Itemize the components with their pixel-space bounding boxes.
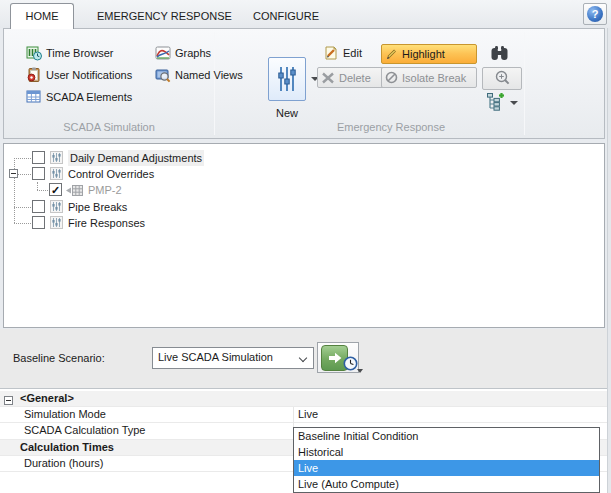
scada-elements-button[interactable]: SCADA Elements (22, 88, 136, 106)
highlight-label: Highlight (402, 48, 445, 60)
highlight-pencil-icon (385, 48, 398, 60)
new-scenario-button[interactable] (268, 57, 306, 101)
edit-label: Edit (343, 47, 362, 59)
grid-category-general[interactable]: <General> (0, 391, 611, 407)
sliders-icon (50, 216, 63, 229)
run-simulation-button[interactable] (317, 342, 359, 373)
clock-icon (343, 356, 358, 371)
tree-item-pipe-breaks[interactable]: Pipe Breaks (68, 199, 127, 215)
pump-icon (66, 185, 83, 196)
tree-item-pmp-2[interactable]: PMP-2 (88, 182, 122, 198)
scenario-tree: Daily Demand Adjustments Control Overrid… (3, 143, 605, 328)
property-value[interactable]: Live (293, 407, 611, 422)
zoom-in-icon (494, 70, 511, 87)
highlight-button[interactable]: Highlight (381, 44, 477, 64)
named-views-button[interactable]: Named Views (151, 66, 247, 84)
dropdown-option-baseline-initial-condition[interactable]: Baseline Initial Condition (294, 428, 599, 444)
sliders-icon (50, 167, 63, 180)
run-dropdown-arrow-icon (357, 369, 363, 373)
property-name: SCADA Calculation Type (0, 423, 293, 439)
tab-emergency-response-label: EMERGENCY RESPONSE (97, 10, 232, 22)
add-tree-icon (486, 92, 506, 112)
ribbon-tab-bar: HOME EMERGENCY RESPONSE CONFIGURE ? (0, 0, 611, 28)
dropdown-option-live[interactable]: Live (294, 460, 599, 476)
user-notifications-label: User Notifications (46, 69, 132, 81)
time-browser-label: Time Browser (46, 47, 113, 59)
app-window: HOME EMERGENCY RESPONSE CONFIGURE ? SCAD… (0, 0, 611, 493)
edit-button[interactable]: Edit (319, 44, 366, 62)
group-label-scada-simulation: SCADA Simulation (4, 121, 214, 135)
tree-checkbox-pmp2[interactable]: ✓ (49, 183, 62, 196)
tree-connector (14, 158, 15, 223)
chevron-down-icon (299, 354, 307, 362)
sliders-icon (275, 64, 299, 94)
isolate-break-icon (385, 71, 398, 84)
sliders-icon (50, 151, 63, 164)
baseline-scenario-select[interactable]: Live SCADA Simulation (152, 347, 314, 369)
tree-item-control-overrides[interactable]: Control Overrides (68, 166, 154, 182)
tab-emergency-response[interactable]: EMERGENCY RESPONSE (97, 6, 232, 28)
add-tree-dropdown-arrow-icon[interactable] (510, 101, 518, 105)
baseline-scenario-label: Baseline Scenario: (13, 352, 105, 364)
user-notifications-icon (26, 67, 42, 83)
tree-connector (14, 158, 31, 159)
graphs-button[interactable]: Graphs (151, 44, 215, 62)
tab-configure-label: CONFIGURE (253, 10, 319, 22)
tree-item-fire-responses[interactable]: Fire Responses (68, 215, 145, 231)
property-name: Simulation Mode (0, 407, 293, 422)
user-notifications-button[interactable]: User Notifications (22, 66, 136, 84)
tree-connector (14, 223, 31, 224)
tree-checkbox-control-overrides[interactable] (32, 167, 45, 180)
graphs-icon (155, 46, 171, 60)
time-browser-button[interactable]: Time Browser (22, 44, 117, 62)
tab-home-label: HOME (26, 10, 59, 22)
tree-checkbox-pipe-breaks[interactable] (32, 200, 45, 213)
baseline-scenario-bar: Baseline Scenario: Live SCADA Simulation (0, 329, 611, 388)
add-tree-button[interactable] (486, 92, 506, 112)
group-label-emergency-response: Emergency Response (214, 121, 524, 135)
scada-elements-label: SCADA Elements (46, 91, 132, 103)
category-label: Calculation Times (0, 440, 293, 455)
new-button-label: New (262, 107, 312, 119)
scada-elements-icon (26, 90, 42, 104)
find-button[interactable] (490, 45, 509, 62)
zoom-button[interactable] (482, 67, 522, 90)
dropdown-option-historical[interactable]: Historical (294, 444, 599, 460)
ribbon: SCADA Simulation Emergency Response Time… (3, 28, 605, 139)
group-separator (524, 32, 525, 135)
scada-calculation-type-dropdown: Baseline Initial Condition Historical Li… (293, 427, 600, 493)
named-views-icon (155, 68, 171, 83)
tree-expander-control-overrides[interactable] (9, 169, 18, 178)
tree-connector (14, 207, 31, 208)
grid-row-simulation-mode[interactable]: Simulation Mode Live (0, 407, 611, 423)
delete-x-icon (321, 72, 335, 84)
delete-label: Delete (339, 72, 371, 84)
graphs-label: Graphs (175, 47, 211, 59)
category-label: <General> (0, 391, 293, 406)
time-browser-icon (26, 45, 42, 61)
sliders-icon (50, 200, 63, 213)
tree-connector (37, 182, 38, 190)
tree-checkbox-fire-responses[interactable] (32, 216, 45, 229)
edit-icon (323, 45, 339, 61)
tab-home[interactable]: HOME (10, 3, 74, 29)
binoculars-icon (490, 45, 509, 62)
grid-expander-general[interactable] (4, 396, 13, 405)
named-views-label: Named Views (175, 69, 243, 81)
isolate-break-label: Isolate Break (402, 72, 466, 84)
baseline-scenario-value: Live SCADA Simulation (158, 351, 273, 363)
help-icon: ? (587, 6, 603, 22)
tree-connector (37, 190, 48, 191)
property-name: Duration (hours) (0, 456, 293, 471)
tree-item-daily-demand-adjustments[interactable]: Daily Demand Adjustments (68, 150, 204, 166)
tree-checkbox-daily-demand[interactable] (32, 151, 45, 164)
window-frame-edge (607, 28, 611, 493)
help-button[interactable]: ? (583, 3, 607, 25)
isolate-break-button[interactable]: Isolate Break (381, 67, 477, 88)
dropdown-option-live-auto-compute[interactable]: Live (Auto Compute) (294, 476, 599, 492)
tab-configure[interactable]: CONFIGURE (253, 6, 319, 28)
